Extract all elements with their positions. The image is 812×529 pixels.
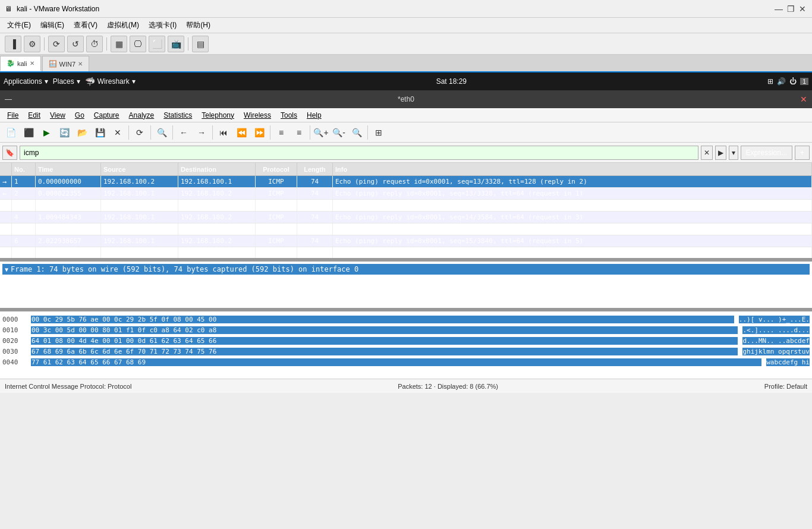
packet-dst: 192.168.100.1: [178, 200, 256, 211]
detail-row[interactable]: ▶ Ethernet II, Src: Vmware_2b:5f:0f (00:…: [2, 275, 810, 285]
filter-clear[interactable]: ✕: [701, 146, 713, 160]
packet-row[interactable]: 6 2.022938657 192.168.100.1 192.168.100.…: [0, 235, 812, 247]
filter-bookmark[interactable]: 🔖: [2, 146, 17, 160]
detail-row[interactable]: ▼ Frame 1: 74 bytes on wire (592 bits), …: [2, 264, 810, 275]
ws-tb-restart[interactable]: 🔄: [56, 124, 73, 141]
wireshark-label: Wireshark: [97, 77, 130, 86]
vm-tab-win7[interactable]: 🪟 WIN7 ✕: [42, 56, 90, 71]
ws-menu-tools[interactable]: Tools: [276, 110, 302, 121]
ws-tb-autoscroll[interactable]: ≡: [291, 124, 307, 141]
ws-menu-help[interactable]: Help: [302, 110, 326, 121]
ws-tb-reload[interactable]: ⟳: [131, 124, 148, 141]
ws-tb-prev[interactable]: ⏪: [233, 124, 250, 141]
expression-button[interactable]: Expression...: [741, 146, 792, 160]
packet-proto: ICMP: [256, 247, 297, 258]
ws-tb-zoom-normal[interactable]: 🔍: [348, 124, 365, 141]
applications-menu[interactable]: Applications ▾: [4, 77, 48, 86]
ws-tb-new[interactable]: 📄: [2, 124, 19, 141]
toolbar-btn-8[interactable]: ⬜: [149, 36, 165, 52]
vm-tab-kali[interactable]: 🐉 kali ✕: [0, 56, 41, 71]
packet-info: Echo (ping) reply id=0x0001, seq=13/3328…: [333, 188, 812, 199]
vmware-toolbar: ▐ ⚙ ⟳ ↺ ⏱ ▦ 🖵 ⬜ 📺 ▤: [0, 33, 812, 55]
ws-tb-first[interactable]: ⏮: [215, 124, 232, 141]
packet-info: Echo (ping) request id=0x0001, seq=15/38…: [333, 223, 812, 235]
ws-tb-back[interactable]: ←: [175, 124, 192, 141]
ws-minimize[interactable]: —: [5, 95, 12, 103]
menu-vm[interactable]: 虚拟机(M): [102, 18, 144, 33]
menu-tabs[interactable]: 选项卡(I): [144, 18, 181, 33]
ws-menu-file[interactable]: File: [2, 110, 23, 121]
detail-row[interactable]: ▶ Internet Control Message Protocol: [2, 296, 810, 307]
add-filter-button[interactable]: +: [795, 146, 810, 160]
packet-time: 0.000022355: [36, 188, 101, 199]
kali-tab-label: kali: [17, 60, 27, 67]
ws-menu-statistics[interactable]: Statistics: [159, 110, 197, 121]
vmware-title: kali - VMware Workstation: [12, 5, 774, 13]
menu-edit[interactable]: 编辑(E): [36, 18, 69, 33]
ws-menu-wireless[interactable]: Wireless: [239, 110, 276, 121]
detail-text: Ethernet II, Src: Vmware_2b:5f:0f (00:0c…: [11, 276, 418, 284]
packet-no: 1: [12, 176, 36, 187]
hex-bytes: 00 3c 00 5d 00 00 80 01 f1 0f c0 a8 64 0…: [31, 326, 738, 334]
close-button[interactable]: ✕: [798, 4, 807, 14]
toolbar-btn-6[interactable]: ▦: [111, 36, 127, 52]
detail-row[interactable]: ▶ Internet Protocol Version 4, Src: 192.…: [2, 285, 810, 296]
hex-row: 0000 00 0c 29 5b 76 ae 00 0c 29 2b 5f 0f…: [2, 314, 810, 325]
toolbar-btn-1[interactable]: ▐: [5, 36, 21, 52]
filter-dropdown[interactable]: ▾: [729, 146, 738, 160]
toolbar-btn-7[interactable]: 🖵: [130, 36, 146, 52]
ws-tb-close[interactable]: ✕: [109, 124, 126, 141]
ws-menu-view[interactable]: View: [45, 110, 70, 121]
win7-tab-close[interactable]: ✕: [78, 61, 83, 67]
wireshark-icon: 🦈: [85, 77, 95, 86]
packet-row[interactable]: ← 2 0.000022355 192.168.100.1 192.168.10…: [0, 188, 812, 200]
ws-tb-zoom-in[interactable]: 🔍+: [313, 124, 329, 141]
ws-tb-stop[interactable]: ⬛: [20, 124, 37, 141]
ws-close-icon[interactable]: ✕: [800, 95, 807, 104]
ws-tb-zoom-out[interactable]: 🔍-: [331, 124, 347, 141]
packet-row[interactable]: 7 3.036843072 192.168.100.2 192.168.100.…: [0, 247, 812, 258]
filter-input[interactable]: [20, 146, 698, 160]
hex-offset: 0000: [2, 316, 26, 323]
volume-icon: 🔊: [777, 77, 786, 86]
minimize-button[interactable]: —: [774, 4, 783, 14]
packet-proto: ICMP: [256, 176, 297, 187]
ws-tb-forward[interactable]: →: [193, 124, 210, 141]
packet-src: 192.168.100.1: [101, 188, 178, 199]
ws-menu-analyze[interactable]: Analyze: [124, 110, 159, 121]
toolbar-btn-4[interactable]: ↺: [67, 36, 84, 52]
ws-tb-find[interactable]: 🔍: [153, 124, 170, 141]
ws-tb-save[interactable]: 💾: [92, 124, 108, 141]
ws-menu-edit[interactable]: Edit: [23, 110, 45, 121]
ws-tb-open[interactable]: 📂: [74, 124, 90, 141]
toolbar-btn-9[interactable]: 📺: [168, 36, 184, 52]
menu-help[interactable]: 帮助(H): [181, 18, 215, 33]
ws-tb-resize[interactable]: ⊞: [370, 124, 387, 141]
ws-tb-start[interactable]: ▶: [38, 124, 55, 141]
packet-dst: 192.168.100.2: [178, 212, 256, 223]
kali-tab-close[interactable]: ✕: [30, 60, 34, 67]
ws-menu-capture[interactable]: Capture: [89, 110, 124, 121]
hex-bytes: 64 01 08 00 4d 4e 00 01 00 0d 61 62 63 6…: [31, 337, 738, 345]
packet-row[interactable]: 3 1.009451632 192.168.100.2 192.168.100.…: [0, 200, 812, 212]
ws-tb-colorize[interactable]: ≡: [273, 124, 289, 141]
wireshark-menu[interactable]: 🦈 Wireshark ▾: [85, 77, 136, 86]
packet-row[interactable]: → 1 0.000000000 192.168.100.2 192.168.10…: [0, 176, 812, 188]
toolbar-btn-2[interactable]: ⚙: [24, 36, 40, 52]
packet-row[interactable]: 5 2.022900717 192.168.100.2 192.168.100.…: [0, 223, 812, 235]
places-menu[interactable]: Places ▾: [53, 77, 80, 86]
menu-file[interactable]: 文件(E): [2, 18, 36, 33]
ws-menu-go[interactable]: Go: [70, 110, 89, 121]
col-len-header: Length: [297, 163, 333, 175]
filter-apply[interactable]: ▶: [715, 146, 726, 160]
packet-info: Echo (ping) request id=0x0001, seq=14/35…: [333, 200, 812, 211]
applications-label: Applications: [4, 77, 42, 86]
restore-button[interactable]: ❐: [786, 4, 795, 14]
menu-view[interactable]: 查看(V): [69, 18, 102, 33]
ws-menu-telephony[interactable]: Telephony: [197, 110, 239, 121]
toolbar-btn-10[interactable]: ▤: [192, 36, 209, 52]
toolbar-btn-3[interactable]: ⟳: [48, 36, 65, 52]
ws-tb-next[interactable]: ⏩: [251, 124, 267, 141]
packet-row[interactable]: 4 1.009484343 192.168.100.1 192.168.100.…: [0, 212, 812, 223]
toolbar-btn-5[interactable]: ⏱: [86, 36, 103, 52]
